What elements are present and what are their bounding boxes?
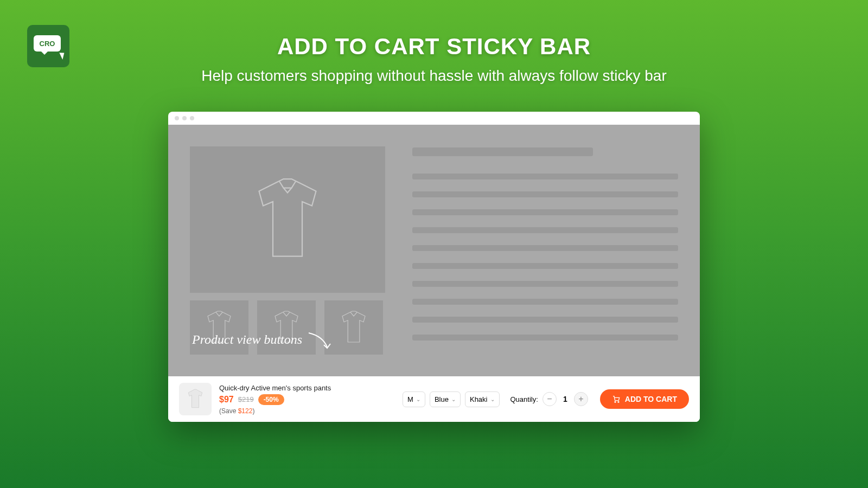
- discount-badge: -50%: [258, 394, 284, 405]
- chevron-down-icon: ⌄: [451, 396, 456, 402]
- window-dot: [190, 116, 194, 120]
- product-main-image: [190, 146, 385, 293]
- size-select-value: M: [407, 395, 413, 403]
- sticky-product-title: Quick-dry Active men's sports pants: [219, 384, 331, 392]
- chevron-down-icon: ⌄: [490, 396, 495, 402]
- browser-chrome: [168, 112, 700, 125]
- quantity-decrease-button[interactable]: −: [542, 392, 557, 406]
- cursor-icon: [59, 51, 66, 60]
- arrow-icon: [308, 331, 335, 352]
- tshirt-icon: [337, 309, 370, 346]
- window-dot: [182, 116, 187, 120]
- cro-logo-badge: CRO: [27, 25, 69, 67]
- svg-point-1: [618, 401, 619, 402]
- annotation-label: Product view buttons: [192, 326, 335, 352]
- tshirt-icon: [184, 388, 206, 410]
- hero-section: ADD TO CART STICKY BAR Help customers sh…: [0, 0, 868, 85]
- product-info-placeholder: [412, 146, 678, 355]
- quantity-increase-button[interactable]: +: [574, 392, 588, 406]
- color-select[interactable]: Blue ⌄: [430, 391, 461, 407]
- cart-icon: [612, 395, 621, 403]
- sticky-add-to-cart-bar: Quick-dry Active men's sports pants $97 …: [168, 376, 700, 422]
- product-page-mock: Product view buttons: [168, 125, 700, 376]
- quantity-value: 1: [562, 395, 569, 403]
- sticky-product-thumb: [179, 383, 212, 415]
- window-dot: [175, 116, 179, 120]
- hero-subtitle: Help customers shopping without hassle w…: [0, 67, 868, 85]
- hero-title: ADD TO CART STICKY BAR: [0, 34, 868, 60]
- svg-point-0: [615, 401, 616, 402]
- variant-select-value: Khaki: [470, 395, 488, 403]
- chevron-down-icon: ⌄: [416, 396, 420, 402]
- size-select[interactable]: M ⌄: [403, 391, 425, 407]
- add-to-cart-label: ADD TO CART: [625, 395, 677, 403]
- browser-mockup: Product view buttons Quick-dry Active me…: [168, 112, 700, 422]
- cro-logo-text: CRO: [34, 35, 61, 52]
- sticky-old-price: $219: [238, 395, 254, 403]
- tshirt-icon: [247, 174, 328, 266]
- save-amount-text: (Save $122): [219, 407, 331, 415]
- quantity-label: Quantily:: [510, 395, 538, 403]
- annotation-text: Product view buttons: [192, 332, 302, 347]
- variant-select[interactable]: Khaki ⌄: [465, 391, 500, 407]
- add-to-cart-button[interactable]: ADD TO CART: [600, 389, 689, 409]
- color-select-value: Blue: [435, 395, 449, 403]
- sticky-price: $97: [219, 395, 234, 404]
